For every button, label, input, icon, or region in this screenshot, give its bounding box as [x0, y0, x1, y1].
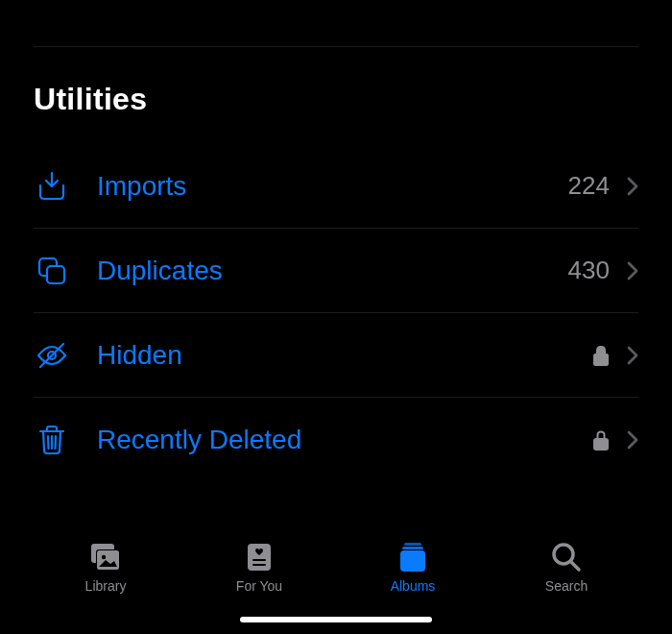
svg-rect-14	[252, 559, 266, 561]
tab-albums[interactable]: Albums	[374, 540, 451, 594]
svg-rect-13	[248, 544, 271, 571]
tab-for-you[interactable]: For You	[221, 540, 298, 594]
list-item-duplicates[interactable]: Duplicates 430	[34, 229, 638, 313]
library-icon	[88, 540, 123, 574]
svg-rect-18	[400, 550, 425, 572]
tab-library[interactable]: Library	[67, 540, 144, 594]
tab-label: Library	[85, 578, 127, 594]
import-icon	[34, 168, 70, 205]
chevron-right-icon	[627, 177, 638, 196]
tab-label: Albums	[391, 578, 436, 594]
chevron-right-icon	[627, 261, 638, 280]
section-title: Utilities	[34, 82, 638, 117]
list-item-label: Recently Deleted	[97, 425, 592, 455]
utilities-section: Utilities Imports 224	[0, 0, 672, 482]
albums-icon	[396, 540, 430, 574]
list-item-label: Imports	[97, 171, 568, 202]
lock-icon	[592, 429, 610, 451]
svg-rect-1	[47, 266, 64, 283]
duplicates-icon	[34, 253, 70, 289]
svg-line-7	[56, 436, 57, 449]
svg-point-12	[102, 555, 106, 559]
svg-rect-17	[402, 547, 423, 549]
svg-rect-8	[593, 438, 609, 451]
list-item-imports[interactable]: Imports 224	[34, 144, 638, 229]
tab-search[interactable]: Search	[528, 540, 605, 594]
section-divider	[34, 46, 638, 47]
tab-label: Search	[545, 578, 588, 594]
search-icon	[549, 540, 584, 574]
chevron-right-icon	[627, 430, 638, 450]
tab-label: For You	[236, 578, 282, 594]
svg-rect-4	[593, 354, 609, 366]
svg-rect-16	[404, 543, 421, 546]
lock-icon	[592, 345, 610, 366]
svg-line-5	[48, 436, 49, 449]
svg-rect-15	[252, 564, 266, 566]
list-item-label: Duplicates	[97, 256, 568, 286]
svg-line-20	[571, 562, 579, 570]
trash-icon	[34, 422, 70, 458]
list-item-recently-deleted[interactable]: Recently Deleted	[34, 398, 638, 482]
list-item-hidden[interactable]: Hidden	[34, 313, 638, 398]
list-item-label: Hidden	[97, 340, 592, 371]
for-you-icon	[242, 540, 276, 574]
list-item-count: 224	[568, 171, 610, 201]
hidden-icon	[34, 337, 70, 374]
list-item-count: 430	[568, 256, 610, 285]
home-indicator[interactable]	[240, 617, 432, 622]
chevron-right-icon	[627, 346, 638, 365]
